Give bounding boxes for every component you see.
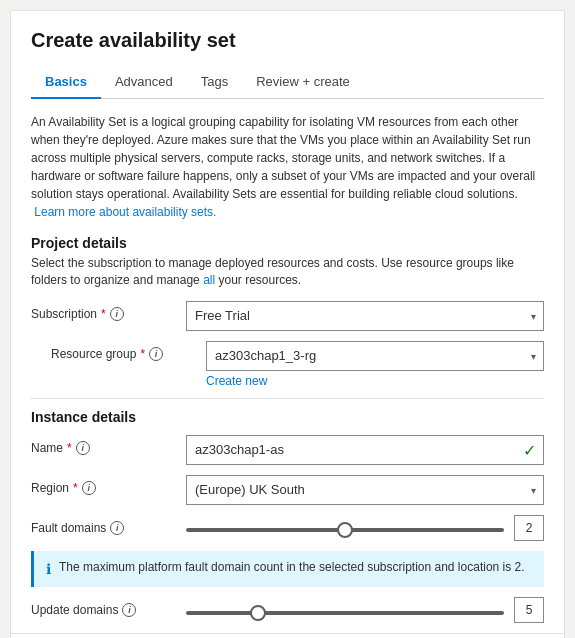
create-new-link[interactable]: Create new — [206, 374, 544, 388]
intro-description: An Availability Set is a logical groupin… — [31, 113, 544, 221]
main-card: Create availability set Basics Advanced … — [10, 10, 565, 638]
name-row: Name * i ✓ — [31, 435, 544, 465]
region-select-wrapper: (Europe) UK South ▾ — [186, 475, 544, 505]
name-info-icon[interactable]: i — [76, 441, 90, 455]
fault-domains-value: 2 — [514, 515, 544, 541]
resource-group-row: Resource group * i az303chap1_3-rg ▾ Cre… — [51, 341, 544, 388]
update-domains-control: 5 — [186, 597, 544, 623]
fault-domains-slider-wrapper — [186, 520, 504, 535]
info-banner-icon: ℹ — [46, 560, 51, 580]
project-details-title: Project details — [31, 235, 544, 251]
tab-advanced[interactable]: Advanced — [101, 66, 187, 99]
name-control: ✓ — [186, 435, 544, 465]
fault-domains-control: 2 — [186, 515, 544, 541]
fault-domains-slider[interactable] — [186, 528, 504, 532]
region-control: (Europe) UK South ▾ — [186, 475, 544, 505]
update-domains-row: Update domains i 5 — [31, 597, 544, 623]
footer: Review + create < Previous Next : Advanc… — [11, 633, 564, 638]
learn-more-link[interactable]: Learn more about availability sets. — [34, 205, 216, 219]
fault-domains-info-icon[interactable]: i — [110, 521, 124, 535]
subscription-row: Subscription * i Free Trial ▾ — [31, 301, 544, 331]
region-info-icon[interactable]: i — [82, 481, 96, 495]
instance-details-title: Instance details — [31, 409, 544, 425]
region-label: Region * i — [31, 475, 186, 495]
resource-group-select[interactable]: az303chap1_3-rg — [206, 341, 544, 371]
name-check-icon: ✓ — [523, 440, 536, 459]
region-select[interactable]: (Europe) UK South — [186, 475, 544, 505]
resource-group-select-wrapper: az303chap1_3-rg ▾ — [206, 341, 544, 371]
resource-group-info-icon[interactable]: i — [149, 347, 163, 361]
update-domains-label: Update domains i — [31, 597, 186, 617]
fault-domains-row: Fault domains i 2 — [31, 515, 544, 541]
fault-domains-label: Fault domains i — [31, 515, 186, 535]
tab-basics[interactable]: Basics — [31, 66, 101, 99]
subscription-control: Free Trial ▾ — [186, 301, 544, 331]
update-domains-slider-wrapper — [186, 603, 504, 618]
region-row: Region * i (Europe) UK South ▾ — [31, 475, 544, 505]
resource-group-label: Resource group * i — [51, 341, 206, 361]
page-title: Create availability set — [31, 29, 544, 52]
subscription-select[interactable]: Free Trial — [186, 301, 544, 331]
tab-tags[interactable]: Tags — [187, 66, 242, 99]
name-input[interactable] — [186, 435, 544, 465]
update-domains-value: 5 — [514, 597, 544, 623]
tab-bar: Basics Advanced Tags Review + create — [31, 66, 544, 99]
subscription-info-icon[interactable]: i — [110, 307, 124, 321]
name-label: Name * i — [31, 435, 186, 455]
divider-1 — [31, 398, 544, 399]
all-link[interactable]: all — [203, 273, 215, 287]
resource-group-control: az303chap1_3-rg ▾ Create new — [206, 341, 544, 388]
project-details-desc: Select the subscription to manage deploy… — [31, 255, 544, 289]
subscription-label: Subscription * i — [31, 301, 186, 321]
tab-review-create[interactable]: Review + create — [242, 66, 364, 99]
subscription-select-wrapper: Free Trial ▾ — [186, 301, 544, 331]
update-domains-slider[interactable] — [186, 611, 504, 615]
update-domains-info-icon[interactable]: i — [122, 603, 136, 617]
fault-domain-info-banner: ℹ The maximum platform fault domain coun… — [31, 551, 544, 588]
